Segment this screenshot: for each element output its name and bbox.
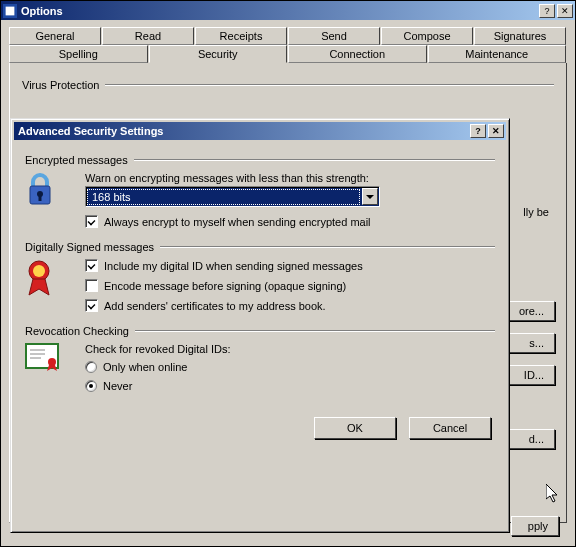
adv-body: Encrypted messages Warn on encrypting me…: [11, 140, 509, 411]
ribbon-icon: [25, 259, 53, 299]
svg-point-11: [48, 358, 56, 366]
never-radio[interactable]: [85, 380, 97, 392]
only-online-radio[interactable]: [85, 361, 97, 373]
svg-point-6: [33, 265, 45, 277]
ok-button[interactable]: OK: [314, 417, 396, 439]
tab-general[interactable]: General: [9, 27, 101, 45]
virus-protection-label: Virus Protection: [22, 79, 99, 91]
section-divider: [160, 246, 495, 248]
signed-label: Digitally Signed messages: [25, 241, 154, 253]
only-online-label: Only when online: [103, 361, 187, 373]
virus-protection-group: Virus Protection: [22, 79, 554, 91]
options-title: Options: [21, 5, 537, 17]
encrypt-self-checkbox[interactable]: [85, 215, 98, 228]
help-button[interactable]: ?: [539, 4, 555, 18]
include-id-label: Include my digital ID when sending signe…: [104, 260, 363, 272]
tab-compose[interactable]: Compose: [381, 27, 473, 45]
revocation-section: Revocation Checking: [25, 325, 495, 337]
revocation-row: Check for revoked Digital IDs: Only when…: [25, 343, 495, 399]
warn-label: Warn on encrypting messages with less th…: [85, 172, 495, 184]
tab-spelling[interactable]: Spelling: [9, 45, 148, 63]
tab-row-2: Spelling Security Connection Maintenance: [9, 45, 567, 63]
section-divider: [135, 330, 495, 332]
revocation-label: Revocation Checking: [25, 325, 129, 337]
tab-row-1: General Read Receipts Send Compose Signa…: [9, 27, 567, 45]
tab-receipts[interactable]: Receipts: [195, 27, 287, 45]
tab-security[interactable]: Security: [149, 45, 288, 63]
app-icon: [3, 4, 17, 18]
strength-value: 168 bits: [87, 189, 360, 205]
close-button[interactable]: ✕: [557, 4, 573, 18]
encrypt-self-label: Always encrypt to myself when sending en…: [104, 216, 371, 228]
tab-read[interactable]: Read: [102, 27, 194, 45]
never-label: Never: [103, 380, 132, 392]
signed-section: Digitally Signed messages: [25, 241, 495, 253]
adv-close-button[interactable]: ✕: [488, 124, 504, 138]
cancel-button[interactable]: Cancel: [409, 417, 491, 439]
adv-help-button[interactable]: ?: [470, 124, 486, 138]
adv-titlebar: Advanced Security Settings ? ✕: [14, 122, 506, 140]
adv-dialog-buttons: OK Cancel: [11, 417, 509, 439]
tab-maintenance[interactable]: Maintenance: [428, 45, 567, 63]
background-text-fragment: lly be: [523, 206, 549, 218]
encrypted-section: Encrypted messages: [25, 154, 495, 166]
options-bottom-buttons: pply: [505, 516, 559, 536]
apply-button[interactable]: pply: [511, 516, 559, 536]
tab-signatures[interactable]: Signatures: [474, 27, 566, 45]
encrypted-label: Encrypted messages: [25, 154, 128, 166]
adv-title: Advanced Security Settings: [18, 125, 468, 137]
dropdown-arrow-icon[interactable]: [362, 188, 378, 205]
certificate-icon: [25, 343, 59, 371]
advanced-security-dialog: Advanced Security Settings ? ✕ Encrypted…: [10, 118, 510, 533]
strength-dropdown[interactable]: 168 bits: [85, 186, 380, 207]
check-label: Check for revoked Digital IDs:: [85, 343, 495, 355]
options-titlebar: Options ? ✕: [1, 1, 575, 20]
tab-connection[interactable]: Connection: [288, 45, 427, 63]
svg-rect-1: [6, 6, 15, 15]
svg-rect-4: [39, 195, 42, 201]
encode-opaque-label: Encode message before signing (opaque si…: [104, 280, 346, 292]
add-cert-label: Add senders' certificates to my address …: [104, 300, 326, 312]
encrypted-row: Warn on encrypting messages with less th…: [25, 172, 495, 235]
group-divider: [105, 84, 554, 86]
include-id-checkbox[interactable]: [85, 259, 98, 272]
padlock-icon: [25, 172, 55, 208]
add-cert-checkbox[interactable]: [85, 299, 98, 312]
section-divider: [134, 159, 495, 161]
signed-row: Include my digital ID when sending signe…: [25, 259, 495, 319]
encode-opaque-checkbox[interactable]: [85, 279, 98, 292]
tab-send[interactable]: Send: [288, 27, 380, 45]
